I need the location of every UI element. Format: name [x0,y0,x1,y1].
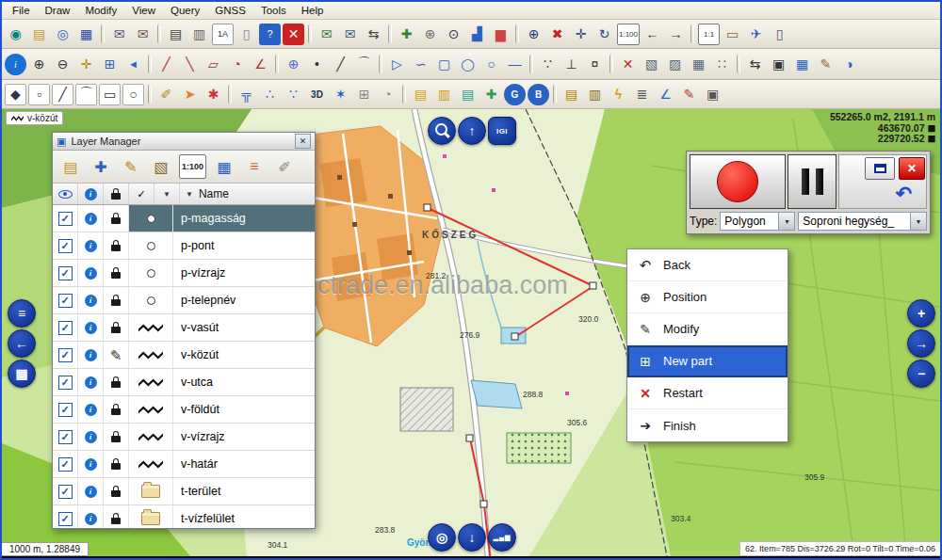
scale-chip[interactable]: 1:100 [179,154,206,179]
swap-icon[interactable]: ⇆ [744,54,766,75]
menu-item[interactable]: File [6,4,37,17]
tracking-button[interactable]: IGI [488,117,516,145]
separator[interactable] [737,55,740,73]
database-icon[interactable]: ▥ [433,84,455,105]
perpendicular-icon[interactable]: ⊥ [560,54,582,75]
layer-row[interactable]: v-közút [53,342,315,369]
layer-visibility-checkbox[interactable] [58,348,73,362]
map-zoom-button[interactable] [428,117,456,145]
layers-yellow-icon[interactable]: ▤ [410,84,431,105]
position-button[interactable]: ◎ [428,523,456,552]
route-icon[interactable]: ➤ [179,84,201,105]
back-arrow-icon[interactable]: ← [642,24,663,45]
stack-alt-icon[interactable]: ▥ [584,84,606,105]
layer-info-button[interactable] [85,404,97,416]
layer-lock-icon[interactable] [111,272,121,279]
database-green-icon[interactable]: ▤ [457,84,479,105]
layer-visibility-checkbox[interactable] [58,212,73,226]
layer-name[interactable]: v-vízrajz [173,424,315,450]
layer-name[interactable]: p-vízrajz [173,260,315,286]
grid-button[interactable]: ▦ [8,360,36,388]
visibility-column-icon[interactable] [58,190,73,199]
signal-button[interactable]: ▂▄▆ [488,523,516,552]
annotate-icon[interactable]: ✎ [815,54,836,75]
layer-lock-icon[interactable] [111,408,121,415]
search-map-icon[interactable]: ◎ [52,24,73,45]
context-item-position[interactable]: ⊕ Position [627,281,788,313]
page-icon[interactable]: ▯ [769,24,790,45]
measure-area-icon[interactable]: ▱ [203,54,224,75]
menu-item[interactable]: Tools [254,4,293,17]
layer-name[interactable]: v-vasút [173,314,315,341]
draw-polygon-icon[interactable]: ▷ [386,54,408,75]
layer-list-icon[interactable]: ≣ [631,84,653,105]
layer-lock-icon[interactable] [111,245,121,251]
pan-right-button[interactable]: → [907,329,935,358]
draw-arc-icon[interactable]: ⌒ [353,54,375,75]
layer-visibility-checkbox[interactable] [58,266,73,280]
stamp-icon[interactable]: ✐ [155,84,177,105]
layer-row[interactable]: t-terület [53,478,315,505]
pan-down-button[interactable]: ↓ [458,523,486,552]
layer-visibility-checkbox[interactable] [58,512,73,526]
measure-distance-icon[interactable]: ╱ [155,54,177,75]
menu-item[interactable]: GNSS [208,4,252,17]
crosshair-icon[interactable]: ⊕ [283,54,304,75]
layer-row[interactable]: t-vízfelület [53,505,315,528]
layer-row[interactable]: p-pont [53,232,315,260]
protractor-icon[interactable]: ◔ [226,54,248,75]
layer-row[interactable]: v-vízrajz [53,424,315,451]
move-icon[interactable]: ✛ [570,24,592,45]
type-dropdown[interactable]: Polygon ▼ [720,212,795,231]
send-data-icon[interactable]: ✉ [316,24,337,45]
close-record-button[interactable]: ✕ [899,157,925,180]
branch-icon[interactable]: ∵ [283,84,304,105]
separator[interactable] [515,24,519,43]
name-column-header[interactable]: Name [199,187,229,200]
layer-lock-icon[interactable] [111,463,121,470]
layer-info-button[interactable] [85,240,97,252]
layer-name[interactable]: p-pont [173,232,315,259]
layer-visibility-checkbox[interactable] [58,403,73,417]
undo-button[interactable]: ↶ [889,183,918,204]
one-to-one-icon[interactable]: 1:1 [698,24,720,45]
separator[interactable] [690,24,694,43]
draw-rectangle-icon[interactable]: ▢ [433,54,455,75]
layer-row[interactable]: p-vízrajz [53,260,315,287]
draw-line-icon[interactable]: ╱ [330,54,351,75]
select-rectangle-icon[interactable]: ▭ [99,84,121,105]
add-database-icon[interactable]: ✚ [480,84,502,105]
separator[interactable] [148,85,152,104]
layer-name[interactable]: t-vízfelület [173,505,315,528]
select-circle-icon[interactable]: ○ [122,84,144,105]
layer-visibility-checkbox[interactable] [58,321,73,335]
sync-icon[interactable]: ⇆ [363,24,384,45]
draw-segment-icon[interactable]: — [504,54,526,75]
statistics-icon[interactable]: ▆ [490,24,512,45]
star-icon[interactable]: ✶ [330,84,351,105]
separator[interactable] [402,85,406,104]
vertex-icon[interactable]: ∵ [537,54,559,75]
zoom-previous-icon[interactable]: ◄ [122,54,144,75]
separator[interactable] [157,24,161,43]
select-point-icon[interactable]: ▫ [28,84,50,105]
layer-info-button[interactable] [85,513,97,525]
info-icon[interactable]: i [5,54,26,75]
layer-name[interactable]: v-utca [173,369,315,395]
separator[interactable] [308,24,312,43]
separator[interactable] [529,55,533,73]
layer-visibility-checkbox[interactable] [58,239,73,253]
pan-left-button[interactable]: ← [8,329,36,358]
zoom-extents-icon[interactable]: ⊞ [99,54,121,75]
select-line-icon[interactable]: ╱ [52,84,73,105]
pan-icon[interactable]: ✛ [75,54,97,75]
layer-name[interactable]: v-határ [173,451,315,477]
rotate-icon[interactable]: ↻ [593,24,615,45]
map-canvas[interactable]: KŐSZEG Gyöngyös 281.2320.0276.9288.8305.… [2,109,940,556]
menu-item[interactable]: Help [295,4,331,17]
windows-icon[interactable]: ▣ [768,54,789,75]
context-item-back[interactable]: ↶ Back [627,249,788,281]
context-item-modify[interactable]: ✎ Modify [627,313,788,345]
restore-button[interactable] [865,157,895,180]
package-icon[interactable]: ▧ [149,154,173,179]
